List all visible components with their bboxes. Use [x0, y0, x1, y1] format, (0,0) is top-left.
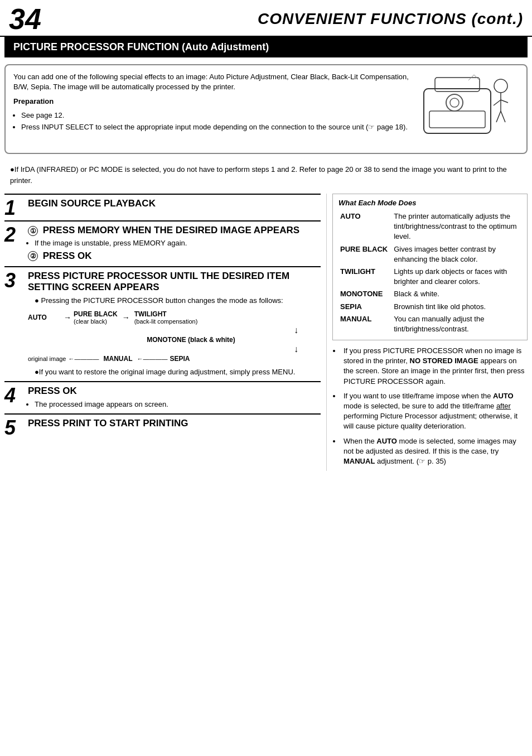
prep-list: See page 12. Press INPUT SELECT to selec… [13, 110, 412, 132]
flow-row-1: AUTO → PURE BLACK (clear black) → TWILIG… [28, 310, 321, 325]
step-3-number: 3 [4, 271, 25, 291]
step-2-subs: If the image is unstable, press MEMORY a… [28, 238, 321, 248]
flow-down-2: ↓ [28, 345, 321, 354]
step-3-title: PRESS PICTURE PROCESSOR UNTIL THE DESIRE… [28, 271, 321, 293]
svg-point-4 [450, 98, 459, 107]
weh-desc-3: Black & white. [392, 288, 521, 300]
step-1-number: 1 [4, 198, 25, 218]
circle-1: ① [28, 226, 38, 236]
weh-mode-4: SEPIA [338, 301, 392, 313]
intro-body: You can add one of the following special… [13, 72, 412, 92]
flow-bottom-row: original image ←———— MANUAL ←———— SEPIA [28, 355, 321, 363]
intro-box: You can add one of the following special… [4, 64, 528, 154]
flow-pure-black: PURE BLACK (clear black) [74, 310, 118, 325]
flow-down-1: ↓ [28, 326, 321, 335]
step-4-content: PRESS OK The processed image appears on … [28, 386, 321, 411]
what-each-title: What Each Mode Does [338, 199, 521, 207]
step-4-title: PRESS OK [28, 386, 321, 397]
weh-mode-5: MANUAL [338, 313, 392, 335]
svg-line-9 [496, 111, 501, 122]
flow-diagram: AUTO → PURE BLACK (clear black) → TWILIG… [28, 310, 321, 363]
flow-arrow-2: → [122, 313, 130, 322]
printer-illustration [418, 72, 519, 146]
weh-row-1: PURE BLACK Gives images better contrast … [338, 243, 521, 266]
weh-mode-2: TWILIGHT [338, 266, 392, 288]
step-3-sub-intro: ● Pressing the PICTURE PROCESSOR button … [28, 296, 321, 306]
right-note-2: When the AUTO mode is selected, some ima… [341, 436, 528, 467]
right-notes: If you press PICTURE PROCESSOR when no i… [332, 346, 528, 466]
flow-arrow-left-manual: ←———— [68, 355, 99, 362]
weh-desc-2: Lights up dark objects or faces with bri… [392, 266, 521, 288]
weh-row-3: MONOTONE Black & white. [338, 288, 521, 300]
step-4-number: 4 [4, 386, 25, 406]
flow-monotone: MONOTONE (black & white) [61, 336, 321, 344]
intro-text: You can add one of the following special… [13, 72, 412, 134]
step-2-content: ① PRESS MEMORY WHEN THE DESIRED IMAGE AP… [28, 225, 321, 264]
weh-mode-1: PURE BLACK [338, 243, 392, 266]
step-3-flow-note: ●If you want to restore the original ima… [28, 367, 321, 377]
flow-original-label: original image [28, 355, 66, 362]
press-pic-note: ● [35, 296, 39, 305]
step-1-content: BEGIN SOURCE PLAYBACK [28, 198, 321, 211]
step-1-title: BEGIN SOURCE PLAYBACK [28, 198, 321, 209]
right-notes-list: If you press PICTURE PROCESSOR when no i… [332, 346, 528, 466]
right-note-1: If you want to use title/frame impose wh… [341, 391, 528, 432]
flow-auto: AUTO [28, 314, 61, 321]
left-column: 1 BEGIN SOURCE PLAYBACK 2 ① PRESS MEMORY… [4, 194, 327, 471]
prep-item-1: See page 12. [21, 110, 412, 121]
svg-point-5 [494, 79, 507, 93]
right-note-0: If you press PICTURE PROCESSOR when no i… [341, 346, 528, 387]
step-3-content: PRESS PICTURE PROCESSOR UNTIL THE DESIRE… [28, 271, 321, 379]
step-4: 4 PRESS OK The processed image appears o… [4, 381, 321, 411]
circle-2: ② [28, 251, 38, 261]
main-columns: 1 BEGIN SOURCE PLAYBACK 2 ① PRESS MEMORY… [4, 194, 528, 471]
weh-desc-1: Gives images better contrast by enhancin… [392, 243, 521, 266]
step-5-content: PRESS PRINT TO START PRINTING [28, 418, 321, 431]
page-number: 34 [9, 4, 41, 33]
what-each-tbody: AUTO The printer automatically adjusts t… [338, 210, 521, 335]
weh-mode-3: MONOTONE [338, 288, 392, 300]
flow-manual: MANUAL [103, 355, 132, 363]
svg-line-10 [501, 111, 505, 122]
step-2-title-2: ② PRESS OK [28, 251, 321, 262]
svg-line-8 [501, 100, 508, 103]
weh-desc-4: Brownish tint like old photos. [392, 301, 521, 313]
step-2: 2 ① PRESS MEMORY WHEN THE DESIRED IMAGE … [4, 220, 321, 264]
section-header: PICTURE PROCESSOR FUNCTION (Auto Adjustm… [4, 37, 528, 57]
flow-sepia: SEPIA [170, 355, 190, 363]
step-2-title-1: ① PRESS MEMORY WHEN THE DESIRED IMAGE AP… [28, 225, 321, 236]
page-title: CONVENIENT FUNCTIONS (cont.) [258, 10, 523, 28]
prep-item-2: Press INPUT SELECT to select the appropr… [21, 122, 412, 132]
svg-line-7 [494, 100, 501, 105]
step-5-title: PRESS PRINT TO START PRINTING [28, 418, 321, 429]
prep-title: Preparation [13, 97, 412, 107]
what-each-box: What Each Mode Does AUTO The printer aut… [332, 194, 528, 340]
svg-point-3 [446, 94, 463, 111]
weh-row-0: AUTO The printer automatically adjusts t… [338, 210, 521, 243]
flow-twilight: TWILIGHT (back-lit compensation) [134, 310, 198, 325]
step-4-subs: The processed image appears on screen. [28, 399, 321, 410]
weh-row-5: MANUAL You can manually adjust the tint/… [338, 313, 521, 335]
step-5: 5 PRESS PRINT TO START PRINTING [4, 413, 321, 438]
flow-arrow-1: → [64, 313, 71, 322]
weh-row-4: SEPIA Brownish tint like old photos. [338, 301, 521, 313]
flow-arrow-left-sepia: ←———— [137, 355, 167, 362]
step-1: 1 BEGIN SOURCE PLAYBACK [4, 194, 321, 218]
note-bar: ●If IrDA (INFRARED) or PC MODE is select… [4, 161, 528, 189]
weh-row-2: TWILIGHT Lights up dark objects or faces… [338, 266, 521, 288]
step-3: 3 PRESS PICTURE PROCESSOR UNTIL THE DESI… [4, 266, 321, 379]
page-header: 34 CONVENIENT FUNCTIONS (cont.) [0, 0, 532, 37]
svg-rect-1 [435, 78, 480, 92]
weh-mode-0: AUTO [338, 210, 392, 243]
what-each-table: AUTO The printer automatically adjusts t… [338, 210, 521, 335]
right-column: What Each Mode Does AUTO The printer aut… [327, 194, 528, 471]
step-2-number: 2 [4, 225, 25, 245]
weh-desc-5: You can manually adjust the tint/brightn… [392, 313, 521, 335]
weh-desc-0: The printer automatically adjusts the ti… [392, 210, 521, 243]
step-5-number: 5 [4, 418, 25, 438]
svg-rect-2 [429, 111, 485, 128]
